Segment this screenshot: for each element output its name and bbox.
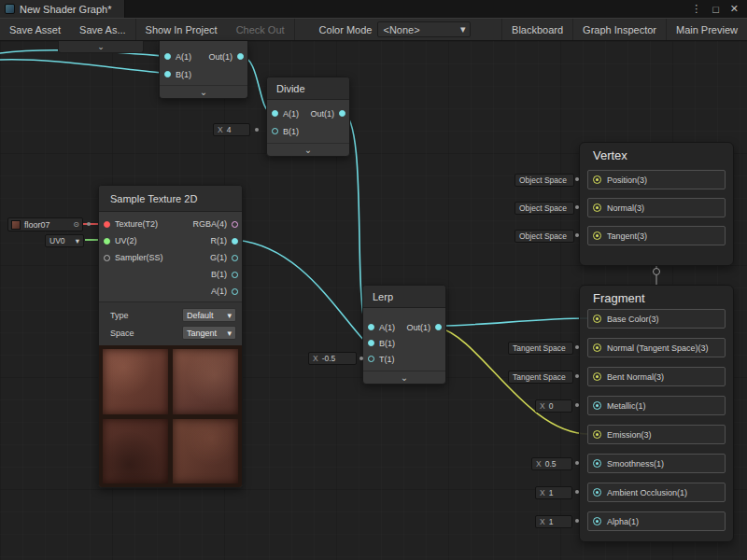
fragment-normal-row[interactable]: Normal (Tangent Space)(3) [587,338,726,357]
port-position-icon[interactable] [593,175,601,184]
port-normal-icon[interactable] [593,203,601,212]
port-g-icon[interactable] [232,255,238,261]
port-row: UV(2) [104,232,163,249]
fragment-alpha-row[interactable]: Alpha(1) [587,511,726,531]
fragment-context-block[interactable]: Fragment Base Color(3) Normal (Tangent S… [579,285,734,542]
lerp-t-value-field[interactable]: X -0.5 [308,352,357,365]
chevron-down-icon: ▾ [76,236,79,245]
vertex-normal-row[interactable]: Normal(3) [587,198,726,217]
collapse-preview-button[interactable]: ⌄ [160,85,247,98]
block-link-icon [653,268,660,275]
connector-dot [575,519,579,523]
fragment-emission-row[interactable]: Emission(3) [587,425,726,444]
fragment-bent-normal-row[interactable]: Bent Normal(3) [587,367,726,386]
port-texture-icon[interactable] [104,221,110,228]
port-base-color-icon[interactable] [593,315,601,323]
port-out-icon[interactable] [339,110,345,117]
port-normal-ts-icon[interactable] [593,343,601,352]
port-b-label: B(1) [379,339,395,348]
fragment-metallic-row[interactable]: Metallic(1) [587,396,726,415]
port-alpha-icon[interactable] [593,517,601,525]
port-b-icon[interactable] [272,128,278,134]
bent-normal-space-field[interactable]: Tangent Space [508,371,573,384]
sample-texture-2d-node[interactable]: Sample Texture 2D Texture(T2) UV(2) Samp… [98,185,243,488]
metallic-value-field[interactable]: X 0 [535,399,572,413]
position-space-dropdown[interactable]: Object Space [514,174,574,187]
port-t-label: T(1) [379,355,395,364]
vertex-tangent-row[interactable]: Tangent(3) [587,226,726,245]
texture-preview-tile [173,419,238,484]
port-emission-icon[interactable] [593,430,601,439]
fragment-ambient-occlusion-row[interactable]: Ambient Occlusion(1) [587,483,726,502]
texture-asset-field[interactable]: floor07 ⊙ [7,217,83,231]
port-ambient-occlusion-icon[interactable] [593,488,601,497]
object-picker-icon[interactable]: ⊙ [73,221,79,229]
port-smoothness-icon[interactable] [593,459,601,468]
divide-b-value-field[interactable]: X 4 [213,123,250,136]
port-row: B(1) [363,335,445,351]
space-option-row: Space Tangent ▾ [99,324,242,342]
space-dropdown[interactable]: Tangent ▾ [182,326,236,340]
chevron-down-icon[interactable]: ⌄ [97,43,105,51]
port-b-label: B(1) [211,270,227,279]
port-b-icon[interactable] [368,340,374,346]
node-options-section: Type Default ▾ Space Tangent ▾ [99,301,242,345]
port-sampler-label: Sampler(SS) [115,253,163,262]
metallic-label: Metallic(1) [607,401,646,411]
connector-dot [575,490,579,494]
port-b-icon[interactable] [164,71,171,77]
port-r-icon[interactable] [232,238,238,245]
multiply-node-partial[interactable]: A(1) B(1) Out(1) ⌄ [159,41,248,99]
collapse-preview-button[interactable]: ⌄ [267,143,349,156]
ambient-occlusion-value-field[interactable]: X 1 [535,486,572,499]
port-b-icon[interactable] [232,272,238,278]
vertex-position-row[interactable]: Position(3) [587,170,726,189]
edge-sample-r-to-lerp-b[interactable] [235,240,365,342]
fragment-base-color-row[interactable]: Base Color(3) [587,309,726,329]
collapse-preview-button[interactable]: ⌄ [363,371,445,384]
type-dropdown[interactable]: Default ▾ [182,308,236,322]
port-row: G(1) [192,249,238,266]
collapsed-node-partial[interactable]: ⌄ [58,41,144,53]
port-a-icon[interactable] [272,110,278,117]
space-value: Tangent Space [513,372,566,382]
port-metallic-icon[interactable] [593,401,601,410]
port-row: B(1) [160,65,247,83]
port-rgba-icon[interactable] [232,221,238,228]
connector-dot [575,233,579,237]
lerp-node[interactable]: Lerp A(1) B(1) T(1) Out(1) ⌄ [362,285,446,385]
texture-preview-tile [173,349,238,414]
port-out-icon[interactable] [435,324,442,330]
edge-input-b[interactable] [0,60,163,73]
port-sampler-icon[interactable] [104,255,110,261]
port-row: A(1) [192,283,238,300]
port-a-icon[interactable] [368,324,374,330]
edge-lerp-to-base-color[interactable] [439,318,589,326]
port-texture-label: Texture(T2) [115,219,158,229]
space-label: Space [110,329,134,338]
vertex-context-block[interactable]: Vertex Position(3) Normal(3) Tangent(3) [579,142,734,266]
normal-space-field[interactable]: Tangent Space [508,342,573,355]
tangent-space-dropdown[interactable]: Object Space [514,230,574,243]
port-uv-icon[interactable] [104,238,110,245]
uv-channel-dropdown[interactable]: UV0 ▾ [45,234,84,247]
port-t-icon[interactable] [368,356,374,362]
port-bent-normal-icon[interactable] [593,372,601,381]
fragment-smoothness-row[interactable]: Smoothness(1) [587,454,726,473]
texture-preview-tile [103,349,168,414]
port-a-icon[interactable] [232,288,238,295]
space-value: Object Space [519,203,567,213]
alpha-value-field[interactable]: X 1 [535,515,572,528]
port-row: B(1) [267,122,349,140]
divide-node[interactable]: Divide A(1) B(1) Out(1) ⌄ [266,77,350,157]
port-a-label: A(1) [283,109,299,119]
port-out-icon[interactable] [237,53,244,60]
port-r-label: R(1) [211,236,228,245]
space-value: Tangent Space [513,343,566,353]
base-color-label: Base Color(3) [607,315,659,324]
port-a-label: A(1) [379,323,395,332]
normal-space-dropdown[interactable]: Object Space [514,202,574,215]
smoothness-value-field[interactable]: X 0.5 [531,457,572,470]
port-tangent-icon[interactable] [593,231,601,240]
port-a-icon[interactable] [164,53,171,60]
